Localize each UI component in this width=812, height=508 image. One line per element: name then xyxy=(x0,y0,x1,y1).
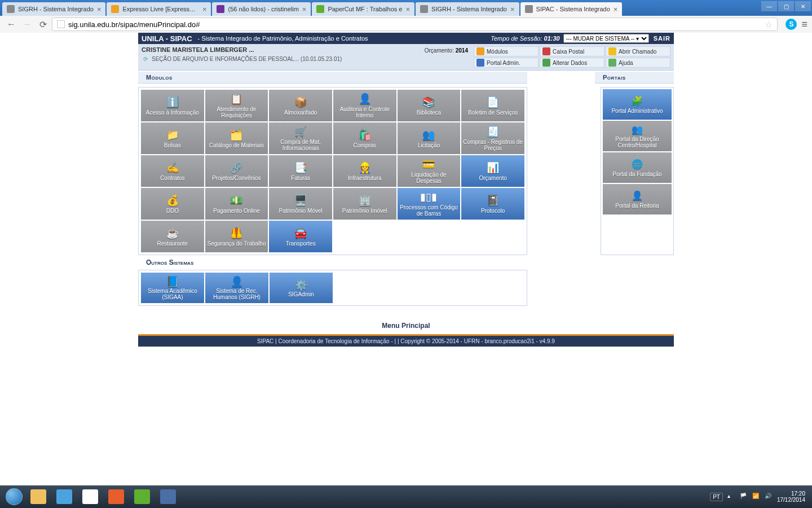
module-item[interactable]: ✍️Contratos xyxy=(141,155,204,187)
module-label: Processos com Código de Barras xyxy=(399,204,460,217)
module-item[interactable]: 🧾Compras - Registros de Preços xyxy=(461,122,524,154)
module-item[interactable]: 👤Auditoria e Controle Interno xyxy=(333,90,396,121)
language-indicator[interactable]: PT xyxy=(710,493,723,501)
toolbar-link[interactable]: Portal Admin. xyxy=(474,58,539,68)
module-icon: 📄 xyxy=(486,96,500,108)
browser-tab[interactable]: SIGRH - Sistema Integrado× xyxy=(2,2,105,16)
module-item[interactable]: 🖥️Patrimônio Móvel xyxy=(269,188,332,220)
browser-tab[interactable]: (56 não lidos) - cristinelim× xyxy=(212,2,311,16)
module-item[interactable]: 📑Faturas xyxy=(269,155,332,187)
module-item[interactable]: 📊Orçamento xyxy=(461,155,524,187)
taskbar-app-icon[interactable] xyxy=(130,488,155,506)
module-item[interactable]: 💵Pagamento Online xyxy=(205,188,268,220)
module-item[interactable]: 📄Boletim de Serviços xyxy=(461,90,524,121)
bookmark-icon[interactable]: ☆ xyxy=(765,19,773,30)
module-item[interactable]: 🛍️Compras xyxy=(333,122,396,154)
module-item[interactable]: ☕Restaurante xyxy=(141,221,204,252)
toolbar-link[interactable]: Abrir Chamado xyxy=(606,46,670,56)
module-icon: ☕ xyxy=(166,227,179,239)
toolbar-link[interactable]: Módulos xyxy=(474,46,539,56)
back-button[interactable]: ← xyxy=(5,17,18,31)
refresh-icon[interactable]: ⟳ xyxy=(142,55,149,63)
module-icon: ▮▯▮ xyxy=(422,191,435,203)
module-icon: 👥 xyxy=(422,129,435,141)
portal-item[interactable]: 👤Portal da Reitoria xyxy=(603,184,672,214)
portal-item[interactable]: 👥Portal da Direção Centro/Hospital xyxy=(603,121,672,151)
module-icon: 👤 xyxy=(358,93,372,105)
info-bar: CRISTINE MARISTELA LIMBERGER ... ⟳ SEÇÃO… xyxy=(138,44,674,71)
module-item[interactable]: ℹ️Acesso à Informação xyxy=(141,90,204,121)
module-item[interactable]: 📦Almoxarifado xyxy=(269,90,332,121)
portal-item[interactable]: 🌐Portal da Fundação xyxy=(603,152,672,183)
module-item[interactable]: 📁Bolsas xyxy=(141,122,204,154)
skype-icon[interactable]: S xyxy=(785,19,797,30)
browser-tab[interactable]: PaperCut MF : Trabalhos e× xyxy=(312,2,414,16)
module-item[interactable]: 💳Liquidação de Despesas xyxy=(398,155,461,187)
close-icon[interactable]: × xyxy=(202,5,207,14)
system-item[interactable]: 📘Sistema Acadêmico (SIGAA) xyxy=(141,273,204,303)
close-icon[interactable]: × xyxy=(405,5,410,14)
taskbar-app-icon[interactable] xyxy=(156,488,180,506)
close-icon[interactable]: × xyxy=(510,5,515,14)
module-item[interactable]: ▮▯▮Processos com Código de Barras xyxy=(398,188,461,220)
url-bar[interactable]: sig.unila.edu.br/sipac/menuPrincipal.do#… xyxy=(52,17,778,31)
close-icon[interactable]: × xyxy=(97,5,102,14)
minimize-button[interactable]: — xyxy=(761,1,777,11)
module-item[interactable]: 👥Licitação xyxy=(398,122,461,154)
taskbar-app-icon[interactable] xyxy=(78,488,103,506)
reload-button[interactable]: ⟳ xyxy=(36,17,50,31)
network-icon[interactable]: 📶 xyxy=(752,493,760,501)
tray-up-icon[interactable]: ▴ xyxy=(727,493,735,501)
module-item[interactable]: 🏢Patrimônio Imóvel xyxy=(333,188,396,220)
tool-label: Ajuda xyxy=(619,60,633,66)
module-item[interactable]: 💰DDO xyxy=(141,188,204,220)
portal-item[interactable]: 🧩Portal Administrativo xyxy=(603,89,672,120)
app-icon xyxy=(160,489,176,504)
logout-button[interactable]: SAIR xyxy=(654,35,670,42)
module-item[interactable]: 🛒Compra de Mat. Informacionais xyxy=(269,122,332,154)
system-item[interactable]: 👤Sistema de Rec. Humanos (SIGRH) xyxy=(205,273,268,303)
module-item[interactable]: 🔗Projetos/Convênios xyxy=(205,155,268,187)
browser-tab-active[interactable]: SIPAC - Sistema Integrado× xyxy=(520,2,623,16)
close-icon[interactable]: × xyxy=(302,5,307,14)
close-icon[interactable]: × xyxy=(614,5,618,14)
browser-chrome: SIGRH - Sistema Integrado× Expresso Livr… xyxy=(0,0,812,33)
close-window-button[interactable]: ✕ xyxy=(795,1,811,11)
module-icon: 📓 xyxy=(486,194,500,207)
module-item[interactable]: 🗂️Catálogo de Materiais xyxy=(205,122,268,154)
toolbar-links: MódulosCaixa PostalAbrir ChamadoPortal A… xyxy=(474,46,670,68)
module-item[interactable]: 📋Atendimento de Requisições xyxy=(205,90,268,121)
forward-button[interactable]: → xyxy=(20,17,34,31)
module-label: DDO xyxy=(166,208,179,214)
clock[interactable]: 17:20 17/12/2014 xyxy=(777,491,805,503)
module-label: Compras xyxy=(354,142,377,148)
module-label: Licitação xyxy=(418,142,440,148)
module-icon: 🚘 xyxy=(294,227,307,239)
start-button[interactable] xyxy=(3,488,25,506)
module-label: Bolsas xyxy=(164,142,181,148)
toolbar-link[interactable]: Alterar Dados xyxy=(540,58,604,68)
maximize-button[interactable]: ▢ xyxy=(778,1,794,11)
module-item[interactable]: 🚘Transportes xyxy=(269,221,332,252)
module-label: Atendimento de Requisições xyxy=(206,106,267,119)
taskbar-app-icon[interactable] xyxy=(104,488,129,506)
system-label: SIGAdmin xyxy=(288,291,314,297)
module-item[interactable]: 📚Biblioteca xyxy=(398,90,461,121)
volume-icon[interactable]: 🔊 xyxy=(765,493,773,501)
tool-label: Alterar Dados xyxy=(553,60,587,66)
module-item[interactable]: 📓Protocolo xyxy=(461,188,524,220)
tool-icon xyxy=(542,47,550,55)
taskbar-app-icon[interactable] xyxy=(52,488,77,506)
toolbar-link[interactable]: Caixa Postal xyxy=(540,46,604,56)
system-item[interactable]: ⚙️SIGAdmin xyxy=(270,273,333,303)
taskbar-app-icon[interactable] xyxy=(26,488,51,506)
system-select[interactable]: --- MUDAR DE SISTEMA -- ▾ xyxy=(563,34,649,43)
menu-icon[interactable]: ≡ xyxy=(801,19,807,30)
module-item[interactable]: 🦺Segurança do Trabalho xyxy=(205,221,268,252)
browser-tab[interactable]: SIGRH - Sistema Integrado× xyxy=(416,2,519,16)
module-icon: ℹ️ xyxy=(166,96,179,108)
module-item[interactable]: 👷Infraestrutura xyxy=(333,155,396,187)
toolbar-link[interactable]: Ajuda xyxy=(606,58,670,68)
flag-icon[interactable]: 🏳️ xyxy=(740,493,748,501)
browser-tab[interactable]: Expresso Livre [Expresso M× xyxy=(107,2,211,16)
